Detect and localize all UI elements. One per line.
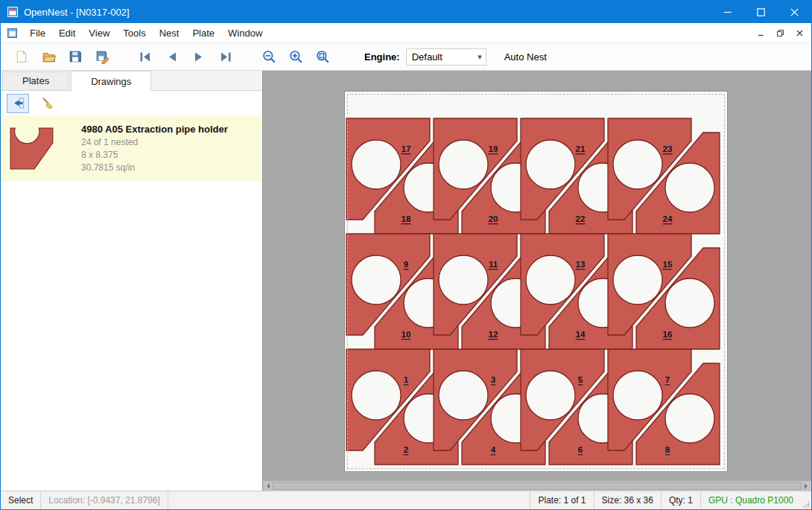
go-last-icon[interactable] (212, 45, 239, 68)
engine-value: Default (412, 51, 443, 63)
part-number-label: 14 (576, 330, 586, 339)
menu-edit[interactable]: Edit (52, 25, 82, 42)
resize-grip[interactable] (801, 491, 811, 509)
app-icon (7, 6, 19, 18)
drawing-list-item[interactable]: 4980 A05 Extraction pipe holder 24 of 1 … (1, 115, 262, 182)
auto-nest-button[interactable]: Auto Nest (504, 51, 547, 63)
main-toolbar: Engine: Default ▾ Auto Nest (1, 43, 811, 71)
menu-view[interactable]: View (82, 25, 116, 42)
part-number-label: 18 (402, 214, 411, 223)
drawing-nested-count: 24 of 1 nested (81, 136, 228, 149)
send-to-plate-icon (12, 97, 25, 109)
scrollbar-thumb[interactable] (273, 482, 802, 490)
status-size: Size: 36 x 36 (594, 491, 661, 509)
status-qty: Qty: 1 (661, 491, 700, 509)
menu-plate[interactable]: Plate (185, 25, 221, 42)
plate-sheet[interactable]: 171819202122232491011121314151612345678 (344, 91, 728, 472)
part-number-label: 2 (404, 445, 408, 454)
tab-plates[interactable]: Plates (2, 71, 69, 90)
save-icon[interactable] (62, 45, 89, 68)
part-number-label: 21 (576, 144, 586, 153)
drawing-info: 4980 A05 Extraction pipe holder 24 of 1 … (81, 123, 228, 174)
part-number-label: 3 (491, 375, 495, 384)
status-gpu: GPU : Quadro P1000 (700, 491, 801, 509)
part-number-label: 12 (489, 330, 498, 339)
zoom-in-icon[interactable] (282, 45, 309, 68)
drawings-toolbar (1, 91, 262, 115)
status-mode: Select (1, 491, 41, 509)
mdi-minimize-icon[interactable] (751, 25, 770, 41)
part-number-label: 15 (663, 260, 673, 269)
menu-nest[interactable]: Nest (153, 25, 186, 42)
send-to-plate-button[interactable] (7, 94, 29, 113)
nest-drawing: 171819202122232491011121314151612345678 (345, 92, 727, 471)
window-controls (711, 1, 811, 23)
close-icon[interactable] (778, 1, 811, 23)
drawing-title: 4980 A05 Extraction pipe holder (81, 123, 228, 136)
scroll-right-icon[interactable] (802, 481, 811, 491)
status-bar: Select Location: [-0.9437, 21.8796] Plat… (1, 491, 811, 509)
nested-pair-23-24[interactable]: 2324 (608, 118, 720, 234)
open-icon[interactable] (35, 45, 62, 68)
menu-tools[interactable]: Tools (116, 25, 152, 42)
sidebar-tabs: Plates Drawings (1, 71, 262, 91)
broom-icon (41, 97, 54, 109)
part-number-label: 11 (489, 260, 498, 269)
horizontal-scrollbar[interactable] (263, 481, 811, 491)
go-previous-icon[interactable] (159, 45, 185, 68)
go-first-icon[interactable] (132, 45, 159, 68)
chevron-down-icon: ▾ (478, 52, 482, 62)
zoom-out-icon[interactable] (256, 45, 282, 68)
part-number-label: 7 (665, 375, 670, 384)
part-number-label: 9 (404, 260, 408, 269)
menu-bar: File Edit View Tools Nest Plate Window (1, 23, 811, 43)
window-title: OpenNest - [N0317-002] (24, 7, 130, 18)
part-number-label: 23 (663, 144, 673, 153)
part-number-label: 24 (663, 214, 673, 223)
maximize-icon[interactable] (744, 1, 778, 23)
part-number-label: 10 (402, 330, 411, 339)
new-icon[interactable] (8, 45, 35, 68)
part-number-label: 17 (402, 144, 411, 153)
part-number-label: 19 (489, 144, 498, 153)
save-edit-icon[interactable] (89, 45, 115, 68)
engine-label: Engine: (364, 51, 400, 63)
mdi-close-icon[interactable] (790, 25, 809, 41)
scroll-left-icon[interactable] (263, 481, 273, 491)
engine-select[interactable]: Default ▾ (406, 48, 486, 66)
content-area: Plates Drawings (1, 71, 811, 491)
menu-file[interactable]: File (23, 25, 52, 42)
part-number-label: 4 (491, 445, 496, 454)
part-number-label: 1 (404, 375, 409, 384)
drawing-area: 30.7815 sq/in (81, 162, 228, 174)
part-number-label: 20 (489, 214, 498, 223)
nested-pair-7-8[interactable]: 78 (608, 349, 720, 465)
status-plate: Plate: 1 of 1 (530, 491, 593, 509)
mdi-window-controls (751, 25, 809, 41)
part-number-label: 5 (578, 375, 583, 384)
tab-drawings[interactable]: Drawings (71, 71, 151, 91)
document-icon (7, 28, 18, 39)
part-number-label: 6 (578, 445, 583, 454)
part-number-label: 22 (576, 214, 586, 223)
part-number-label: 8 (665, 445, 670, 454)
part-number-label: 13 (576, 260, 586, 269)
menu-window[interactable]: Window (221, 25, 269, 42)
app-window: OpenNest - [N0317-002] File Edit View To… (0, 0, 812, 510)
drawing-size: 8 x 8.375 (81, 149, 228, 162)
sidebar: Plates Drawings (1, 71, 263, 491)
minimize-icon[interactable] (711, 1, 744, 23)
nested-pair-15-16[interactable]: 1516 (608, 234, 720, 349)
status-location: Location: [-0.9437, 21.8796] (41, 491, 168, 509)
mdi-restore-icon[interactable] (770, 25, 790, 41)
part-number-label: 16 (663, 330, 673, 339)
go-next-icon[interactable] (185, 45, 212, 68)
nest-canvas[interactable]: 171819202122232491011121314151612345678 (263, 71, 811, 491)
part-thumbnail (10, 123, 56, 174)
clean-brush-button[interactable] (36, 94, 58, 113)
title-bar: OpenNest - [N0317-002] (1, 1, 811, 23)
zoom-extents-icon[interactable] (309, 45, 336, 68)
